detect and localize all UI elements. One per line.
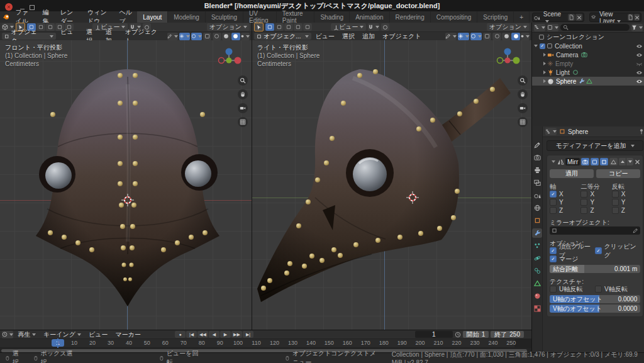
add-workspace-button[interactable]: + [514, 11, 530, 23]
tab-physics[interactable] [532, 254, 542, 263]
mode-dropdown[interactable]: オブジェク... [254, 33, 311, 40]
shading-solid[interactable] [222, 33, 231, 40]
mode-dropdown[interactable]: オブジェク... [2, 33, 56, 40]
tab-particles[interactable] [532, 241, 542, 250]
move-down-button[interactable] [626, 158, 633, 165]
scene-selector[interactable]: Scene [532, 13, 584, 22]
scene-unlink-button[interactable] [575, 14, 582, 21]
outliner-row-camera[interactable]: Camera [532, 50, 644, 59]
disclosure-triangle[interactable] [542, 52, 547, 57]
modifier-delete-button[interactable] [635, 159, 640, 165]
view-layer-selector[interactable]: View Layer [589, 13, 641, 22]
navigation-gizmo[interactable] [494, 45, 521, 73]
play-reverse-button[interactable]: ◀ [209, 331, 219, 338]
shading-wireframe[interactable] [492, 33, 501, 40]
tab-constraints[interactable] [532, 266, 542, 276]
shading-rendered[interactable] [241, 33, 250, 40]
blender-logo-icon[interactable] [3, 12, 9, 22]
mirror-object-field[interactable] [550, 226, 640, 235]
disclosure-triangle[interactable] [542, 79, 547, 84]
play-button[interactable]: ▶ [220, 331, 231, 338]
select-mode-new[interactable] [265, 23, 274, 31]
menu-keying[interactable]: キーイング [40, 330, 84, 339]
zoom-button[interactable] [238, 75, 248, 86]
current-frame-field[interactable]: 1 [415, 331, 453, 338]
scene-new-button[interactable] [568, 14, 575, 21]
disclosure-triangle[interactable] [542, 70, 547, 75]
gizmos-toggle[interactable] [179, 33, 190, 40]
outliner-filter-dropdown[interactable] [631, 24, 643, 31]
flip-y-checkbox[interactable]: Y [612, 199, 640, 206]
pin-icon[interactable] [638, 128, 644, 135]
object-visibility-dropdown[interactable] [167, 33, 178, 40]
tab-compositing[interactable]: Compositing [431, 11, 478, 23]
tab-modifiers[interactable] [532, 228, 542, 238]
tab-scene[interactable] [532, 191, 542, 200]
tab-object-data[interactable] [532, 279, 542, 288]
flip-u-checkbox[interactable]: U軸反転 [550, 286, 595, 293]
select-mode-subtract[interactable] [46, 23, 55, 31]
tab-tool[interactable] [532, 140, 542, 150]
select-mode-invert[interactable] [294, 23, 303, 31]
tool-options-dropdown[interactable]: オプション [207, 23, 250, 31]
jump-start-button[interactable]: |◀ [186, 331, 197, 338]
menu-playback[interactable]: 再生 [14, 330, 39, 339]
breadcrumb-object-name[interactable]: Sphere [568, 128, 588, 135]
tab-world[interactable] [532, 203, 542, 213]
modifier-name-field[interactable]: Mirr [565, 158, 580, 165]
bisect-z-checkbox[interactable]: Z [580, 207, 609, 214]
tab-render[interactable] [532, 153, 542, 162]
xray-toggle[interactable] [483, 33, 491, 40]
proportional-edit-toggle[interactable] [381, 23, 389, 31]
overlays-toggle[interactable] [191, 33, 202, 40]
collection-checkbox[interactable]: ✓ [540, 43, 545, 49]
pan-button[interactable] [518, 89, 528, 99]
flip-x-checkbox[interactable]: X [612, 191, 640, 198]
modifier-render-toggle[interactable] [581, 158, 589, 165]
eyedropper-icon[interactable] [633, 228, 638, 233]
zoom-button[interactable] [518, 75, 528, 86]
add-modifier-button[interactable]: モディファイアーを追加 [547, 140, 643, 151]
tab-scripting[interactable]: Scripting [477, 11, 514, 23]
shading-wireframe[interactable] [213, 33, 221, 40]
clipping-checkbox[interactable]: ✓クリッピング [595, 247, 640, 254]
menu-select[interactable]: 選択 [339, 32, 358, 41]
apply-button[interactable]: 適用 [550, 169, 594, 178]
menu-add[interactable]: 追加 [359, 32, 378, 41]
move-up-button[interactable] [619, 158, 626, 165]
bisect-x-checkbox[interactable]: X [580, 191, 609, 198]
axis-z-checkbox[interactable]: Z [550, 207, 578, 214]
flip-v-checkbox[interactable]: V軸反転 [595, 286, 640, 293]
xray-toggle[interactable] [203, 33, 211, 40]
camera-view-button[interactable] [518, 103, 528, 113]
pan-button[interactable] [238, 89, 248, 99]
end-frame-field[interactable]: 終了 250 [491, 331, 524, 338]
hide-eye-toggle-closed[interactable] [636, 60, 643, 67]
tab-modeling[interactable]: Modeling [168, 11, 206, 23]
select-mode-extend[interactable] [275, 23, 284, 31]
outliner-search-input[interactable] [560, 24, 630, 31]
start-frame-field[interactable]: 開始 1 [463, 331, 489, 338]
modifier-realtime-toggle[interactable] [591, 158, 599, 165]
jump-end-button[interactable]: ▶| [243, 331, 253, 338]
auto-keying-clock-icon[interactable] [455, 332, 461, 338]
shading-solid[interactable] [502, 33, 511, 40]
view-layer-new-button[interactable] [628, 14, 633, 21]
navigation-gizmo[interactable] [215, 45, 243, 73]
select-mode-subtract[interactable] [284, 23, 293, 31]
outliner-row-scene-collection[interactable]: シーンコレクション [532, 33, 644, 42]
menu-edit[interactable]: 編集 [38, 11, 56, 23]
panel-expand-triangle[interactable] [551, 159, 556, 164]
outliner-display-mode-dropdown[interactable] [547, 24, 558, 31]
hide-eye-toggle[interactable] [636, 69, 643, 76]
outliner-editor-type-button[interactable] [534, 24, 545, 31]
menu-window[interactable]: ウィンドウ [83, 11, 115, 23]
prev-keyframe-button[interactable]: ◀◀ [197, 331, 208, 338]
tab-shading[interactable]: Shading [314, 11, 350, 23]
tab-rendering[interactable]: Rendering [390, 11, 431, 23]
camera-view-button[interactable] [238, 103, 248, 113]
ortho-toggle-button[interactable] [518, 117, 528, 127]
menu-render[interactable]: レンダー [56, 11, 83, 23]
vertex-groups-checkbox[interactable]: ✓頂点グループ [550, 247, 595, 254]
next-keyframe-button[interactable]: ▶▶ [231, 331, 242, 338]
